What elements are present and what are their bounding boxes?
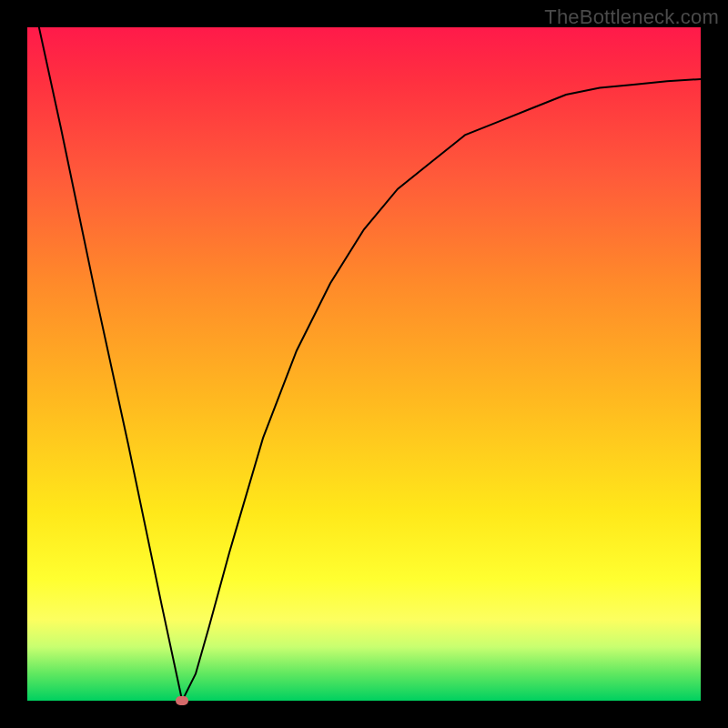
bottleneck-curve — [27, 27, 701, 701]
watermark-text: TheBottleneck.com — [544, 5, 719, 29]
chart-plot-area — [27, 27, 701, 701]
minimum-point-marker — [176, 696, 188, 705]
